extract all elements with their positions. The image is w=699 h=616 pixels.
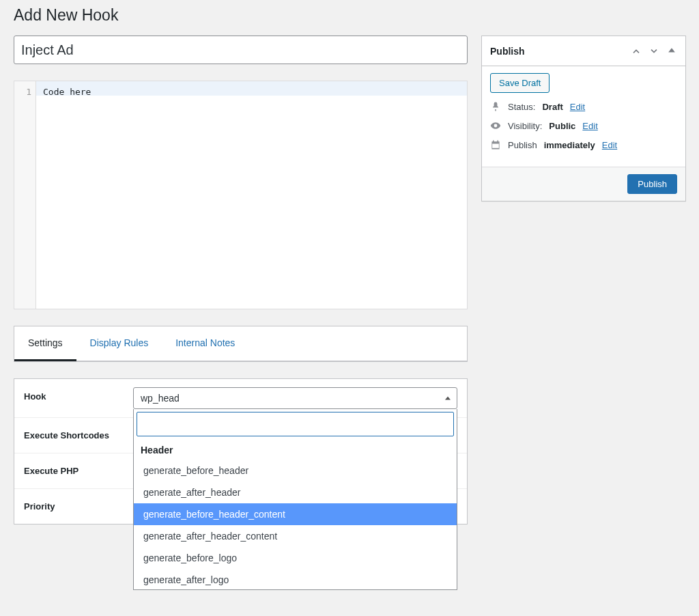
publish-box: Publish Save Draft Status: Draft Edit — [481, 36, 686, 201]
hook-option[interactable]: generate_before_logo — [134, 547, 457, 569]
hook-option[interactable]: generate_after_logo — [134, 569, 457, 589]
priority-label: Priority — [14, 489, 124, 524]
hook-option[interactable]: generate_before_header — [134, 460, 457, 481]
code-area[interactable]: Code here — [36, 81, 467, 309]
tab-internal-notes[interactable]: Internal Notes — [162, 326, 248, 361]
visibility-value: Public — [549, 121, 575, 131]
schedule-value: immediately — [544, 140, 595, 150]
hook-option[interactable]: generate_after_header_content — [134, 525, 457, 547]
calendar-icon — [490, 139, 501, 150]
hook-select[interactable]: wp_head Header generate_before_headergen… — [133, 387, 457, 409]
move-down-icon[interactable] — [648, 46, 659, 57]
execute-shortcodes-label: Execute Shortcodes — [14, 418, 124, 453]
publish-button[interactable]: Publish — [627, 174, 677, 194]
save-draft-button[interactable]: Save Draft — [490, 73, 550, 93]
code-editor[interactable]: 1 Code here — [14, 81, 468, 309]
hook-select-selection[interactable]: wp_head — [133, 387, 457, 409]
tab-settings[interactable]: Settings — [14, 326, 76, 361]
visibility-edit-link[interactable]: Edit — [582, 121, 597, 131]
publish-heading: Publish — [490, 46, 525, 57]
hook-select-dropdown: Header generate_before_headergenerate_af… — [133, 409, 457, 590]
tab-display-rules[interactable]: Display Rules — [76, 326, 162, 361]
settings-tabs-box: SettingsDisplay RulesInternal Notes — [14, 326, 468, 362]
status-value: Draft — [542, 102, 562, 112]
hook-option[interactable]: generate_before_header_content — [134, 503, 457, 525]
chevron-up-icon — [445, 397, 451, 400]
hook-settings-form: Hook wp_head — [14, 378, 468, 524]
hook-option[interactable]: generate_after_header — [134, 481, 457, 503]
pin-icon — [490, 101, 501, 112]
post-title-input[interactable] — [14, 36, 468, 64]
move-up-icon[interactable] — [631, 46, 642, 57]
schedule-edit-link[interactable]: Edit — [602, 140, 617, 150]
page-title: Add New Hook — [14, 0, 685, 27]
hook-select-value: wp_head — [141, 393, 180, 404]
status-edit-link[interactable]: Edit — [570, 102, 585, 112]
eye-icon — [490, 120, 501, 131]
visibility-label: Visibility: — [508, 121, 542, 131]
execute-php-label: Execute PHP — [14, 453, 124, 488]
editor-gutter: 1 — [14, 81, 36, 309]
option-group-header: Header — [134, 439, 457, 460]
schedule-label: Publish — [508, 140, 537, 150]
toggle-icon[interactable] — [666, 46, 677, 57]
hook-search-input[interactable] — [137, 412, 454, 436]
hook-label: Hook — [14, 379, 124, 417]
status-label: Status: — [508, 102, 535, 112]
